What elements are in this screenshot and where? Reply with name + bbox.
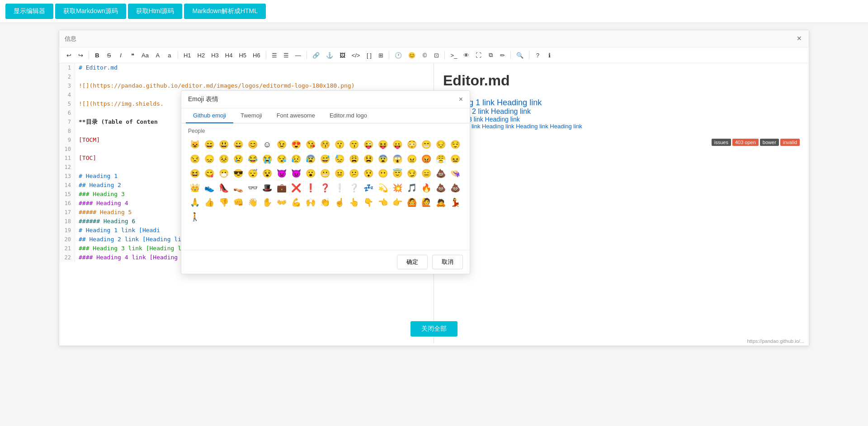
list-item[interactable]: 😄 xyxy=(203,138,216,151)
list-item[interactable]: 😢 xyxy=(231,152,245,166)
list-item[interactable]: 😓 xyxy=(333,152,346,166)
list-item[interactable]: 😫 xyxy=(362,152,375,166)
list-item[interactable]: 😈 xyxy=(289,167,303,180)
list-item[interactable]: 🎵 xyxy=(405,181,419,195)
list-item[interactable]: 👟 xyxy=(203,181,216,195)
emoji-content[interactable]: People 😺😄😃😀😊☺😉😍😘😚😗😙😜😝😛😳😁😔😌😒😞😣😢😂😭😪😥😰😅😓😩😫😨… xyxy=(181,123,470,250)
list-item[interactable]: 😐 xyxy=(333,167,346,180)
list-item[interactable]: 😶 xyxy=(376,167,390,180)
list-item[interactable]: 😞 xyxy=(203,152,216,166)
list-item[interactable]: 😋 xyxy=(203,167,216,180)
list-item[interactable]: 😬 xyxy=(318,167,332,180)
list-item[interactable]: 😀 xyxy=(231,138,245,151)
list-item[interactable]: 💪 xyxy=(289,196,303,209)
list-item[interactable]: ❔ xyxy=(347,181,361,195)
list-item[interactable]: 👿 xyxy=(275,167,288,180)
list-item[interactable]: 😕 xyxy=(347,167,361,180)
list-item[interactable]: 💼 xyxy=(275,181,288,195)
list-item[interactable]: 😌 xyxy=(448,138,462,151)
list-item[interactable]: 😑 xyxy=(420,167,433,180)
list-item[interactable]: ❕ xyxy=(333,181,346,195)
list-item[interactable]: 👒 xyxy=(448,167,462,180)
emoji-tab-editormd[interactable]: Editor.md logo xyxy=(322,108,374,123)
list-item[interactable]: 😨 xyxy=(376,152,390,166)
list-item[interactable]: 😊 xyxy=(246,138,259,151)
list-item[interactable]: 😔 xyxy=(434,138,448,151)
list-item[interactable]: 👆 xyxy=(347,196,361,209)
list-item[interactable]: 😠 xyxy=(405,152,419,166)
list-item[interactable]: 👊 xyxy=(231,196,245,209)
list-item[interactable]: 😤 xyxy=(434,152,448,166)
emoji-cancel-btn[interactable]: 取消 xyxy=(432,255,463,269)
list-item[interactable]: 👐 xyxy=(275,196,288,209)
list-item[interactable]: 😰 xyxy=(304,152,317,166)
list-item[interactable]: 🙆 xyxy=(405,196,419,209)
list-item[interactable]: 😎 xyxy=(231,167,245,180)
list-item[interactable]: 😺 xyxy=(188,138,202,151)
emoji-confirm-btn[interactable]: 确定 xyxy=(397,255,428,269)
list-item[interactable]: 😉 xyxy=(275,138,288,151)
list-item[interactable]: 👑 xyxy=(188,181,202,195)
list-item[interactable]: 💫 xyxy=(376,181,390,195)
list-item[interactable]: 😵 xyxy=(260,167,274,180)
list-item[interactable]: 🎩 xyxy=(260,181,274,195)
list-item[interactable]: 😮 xyxy=(304,167,317,180)
list-item[interactable]: 😯 xyxy=(362,167,375,180)
list-item[interactable]: 🙇 xyxy=(434,196,448,209)
list-item[interactable]: 😙 xyxy=(347,138,361,151)
list-item[interactable]: 😛 xyxy=(391,138,404,151)
list-item[interactable]: 😚 xyxy=(318,138,332,151)
list-item[interactable]: 👡 xyxy=(231,181,245,195)
list-item[interactable]: ✋ xyxy=(260,196,274,209)
list-item[interactable]: 👉 xyxy=(391,196,404,209)
list-item[interactable]: 😒 xyxy=(188,152,202,166)
list-item[interactable]: 😳 xyxy=(405,138,419,151)
list-item[interactable]: 🙋 xyxy=(420,196,433,209)
list-item[interactable]: 😥 xyxy=(289,152,303,166)
list-item[interactable]: 🙌 xyxy=(304,196,317,209)
emoji-tab-fontawesome[interactable]: Font awesome xyxy=(269,108,322,123)
list-item[interactable]: 😏 xyxy=(405,167,419,180)
list-item[interactable]: 👋 xyxy=(246,196,259,209)
list-item[interactable]: 👎 xyxy=(217,196,231,209)
list-item[interactable]: ❗ xyxy=(304,181,317,195)
list-item[interactable]: 👠 xyxy=(217,181,231,195)
list-item[interactable]: 👍 xyxy=(203,196,216,209)
list-item[interactable]: 😝 xyxy=(376,138,390,151)
list-item[interactable]: 👈 xyxy=(376,196,390,209)
emoji-tab-github[interactable]: Github emoji xyxy=(186,108,233,123)
list-item[interactable]: 💩 xyxy=(434,167,448,180)
list-item[interactable]: ❌ xyxy=(289,181,303,195)
list-item[interactable]: 😗 xyxy=(333,138,346,151)
list-item[interactable]: 💩 xyxy=(434,181,448,195)
list-item[interactable]: 😩 xyxy=(347,152,361,166)
list-item[interactable]: 😍 xyxy=(289,138,303,151)
list-item[interactable]: 😆 xyxy=(188,167,202,180)
list-item[interactable]: 😘 xyxy=(304,138,317,151)
list-item[interactable]: 😇 xyxy=(391,167,404,180)
list-item[interactable]: 👇 xyxy=(362,196,375,209)
list-item[interactable]: 💥 xyxy=(391,181,404,195)
list-item[interactable]: ☝ xyxy=(333,196,346,209)
list-item[interactable]: 💃 xyxy=(448,196,462,209)
list-item[interactable]: 🙏 xyxy=(188,196,202,209)
list-item[interactable]: 😱 xyxy=(391,152,404,166)
emoji-close-btn[interactable]: × xyxy=(459,95,463,103)
list-item[interactable]: 👓 xyxy=(246,181,259,195)
list-item[interactable]: 😴 xyxy=(246,167,259,180)
list-item[interactable]: 🚶 xyxy=(188,210,202,224)
list-item[interactable]: 🔥 xyxy=(420,181,433,195)
list-item[interactable]: 😭 xyxy=(260,152,274,166)
list-item[interactable]: 😂 xyxy=(246,152,259,166)
list-item[interactable]: 😃 xyxy=(217,138,231,151)
list-item[interactable]: 😡 xyxy=(420,152,433,166)
list-item[interactable]: 😪 xyxy=(275,152,288,166)
list-item[interactable]: 👏 xyxy=(318,196,332,209)
list-item[interactable]: 😅 xyxy=(318,152,332,166)
list-item[interactable]: 😁 xyxy=(420,138,433,151)
list-item[interactable]: ❓ xyxy=(318,181,332,195)
list-item[interactable]: ☺ xyxy=(260,138,274,151)
list-item[interactable]: 💩 xyxy=(448,181,462,195)
list-item[interactable]: 💤 xyxy=(362,181,375,195)
list-item[interactable]: 😷 xyxy=(217,167,231,180)
